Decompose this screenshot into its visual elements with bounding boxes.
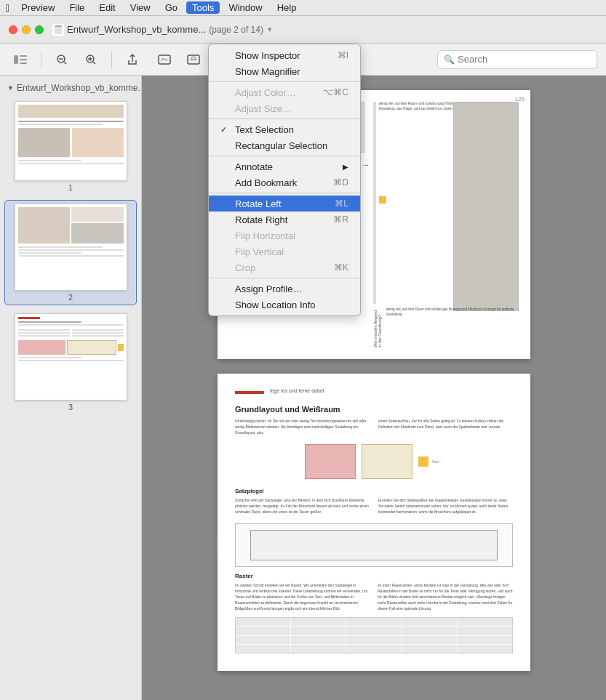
menubar-preview[interactable]: Preview: [15, 1, 60, 14]
collapse-triangle-icon[interactable]: ▼: [7, 84, 14, 92]
search-box[interactable]: 🔍: [437, 50, 597, 69]
submenu-arrow-icon: ▶: [343, 163, 348, 171]
menu-item-flip-horizontal: Flip Horizontal: [209, 228, 360, 244]
raster-col1: Im zweiten Schritt erstellen wir ein Ras…: [235, 582, 370, 611]
menu-item-rotate-right[interactable]: Rotate Right ⌘R: [209, 212, 360, 228]
page3-col2: einen Seitenaufbau, der für alle Seiten …: [378, 418, 513, 435]
menu-item-rotate-left[interactable]: Rotate Left ⌘L: [209, 196, 360, 212]
menu-label-adjust-color: Adjust Color…: [235, 87, 296, 98]
svg-line-10: [93, 62, 95, 64]
thumbnail-frame-3: [15, 313, 127, 401]
menu-item-crop: Crop ⌘K: [209, 260, 360, 275]
page3-col1: Unabhängig davon, ob Sie mit viel oder w…: [235, 418, 370, 435]
menu-separator-2: [209, 118, 360, 119]
menu-label-rotate-right: Rotate Right: [235, 214, 287, 225]
shortcut-show-inspector: ⌘I: [338, 50, 348, 60]
menu-item-annotate[interactable]: Annotate ▶: [209, 158, 360, 174]
page3-diagram: Satz…: [235, 444, 513, 479]
menu-item-text-selection[interactable]: ✓ Text Selection: [209, 121, 360, 137]
menubar-view[interactable]: View: [124, 1, 156, 14]
fullscreen-button[interactable]: [35, 25, 44, 34]
share-button[interactable]: [121, 49, 144, 70]
page-info: (page 2 of 14): [209, 25, 263, 35]
svg-rect-13: [159, 55, 170, 64]
zoom-in-button[interactable]: [79, 49, 103, 70]
menubar-file[interactable]: File: [63, 1, 90, 14]
menu-item-show-location-info[interactable]: Show Location Info: [209, 297, 360, 313]
titlebar: Entwurf_Workshop_vb_komme... (page 2 of …: [0, 16, 606, 44]
separator: [41, 52, 41, 68]
minimize-button[interactable]: [22, 25, 31, 34]
apple-menu-icon[interactable]: : [6, 2, 9, 14]
menu-separator-3: [209, 156, 360, 156]
thumbnail-page-3[interactable]: 3: [4, 310, 137, 415]
menu-item-add-bookmark[interactable]: Add Bookmark ⌘D: [209, 174, 360, 190]
satzpiegel-col2: Erstellen Sie den Seitenaufbau bei doppe…: [378, 497, 513, 515]
menu-label-rect-selection: Rectangular Selection: [235, 140, 327, 151]
raster-section: Raster Im zweiten Schritt erstellen wir …: [235, 573, 513, 653]
menu-label-assign-profile: Assign Profile…: [235, 283, 302, 294]
page-3-document: lege los und lerne dabei Grundlayout und…: [218, 374, 530, 671]
menu-label-show-magnifier: Show Magnifier: [235, 66, 300, 77]
traffic-lights: [9, 25, 44, 34]
menu-item-assign-profile[interactable]: Assign Profile…: [209, 281, 360, 297]
red-accent-bar: [235, 391, 264, 394]
raster-title: Raster: [235, 573, 513, 579]
menu-item-show-magnifier[interactable]: Show Magnifier: [209, 63, 360, 79]
svg-rect-5: [20, 63, 27, 64]
page3-intro-columns: Unabhängig davon, ob Sie mit viel oder w…: [235, 418, 513, 435]
menu-item-rect-selection[interactable]: Rectangular Selection: [209, 137, 360, 153]
svg-rect-4: [20, 59, 27, 60]
menu-label-show-inspector: Show Inspector: [235, 50, 300, 61]
separator2: [111, 52, 112, 68]
menu-label-rotate-left: Rotate Left: [235, 198, 282, 209]
rasterzelle-label: Rasterzelle: [214, 536, 218, 554]
menubar-help[interactable]: Help: [271, 1, 303, 14]
svg-line-7: [64, 62, 66, 64]
menu-item-show-inspector[interactable]: Show Inspector ⌘I: [209, 47, 360, 63]
svg-rect-2: [14, 55, 18, 64]
shortcut-rotate-left: ⌘L: [335, 198, 348, 209]
close-button[interactable]: [9, 25, 17, 34]
thumbnail-page-1[interactable]: 1: [4, 97, 137, 196]
menubar-tools[interactable]: Tools: [186, 1, 220, 14]
satzpiegel-section: Satzpiegel Zunächst wird der Satzpiegel,…: [235, 488, 513, 567]
page2-right-image: [453, 102, 519, 311]
svg-rect-1: [55, 25, 62, 27]
satzpiegel-title: Satzpiegel: [235, 488, 513, 494]
page3-subtitle: lege los und lerne dabei: [270, 388, 324, 393]
document-title: Entwurf_Workshop_vb_komme... (page 2 of …: [67, 24, 597, 35]
markup-button[interactable]: [153, 49, 176, 70]
diagram-label-s: Satz…: [431, 459, 442, 464]
menu-separator-1: [209, 81, 360, 82]
tools-dropdown-menu: Show Inspector ⌘I Show Magnifier Adjust …: [208, 44, 361, 316]
sidebar-toggle-button[interactable]: [9, 49, 32, 70]
menubar-edit[interactable]: Edit: [93, 1, 121, 14]
arrow-icon: →: [362, 160, 370, 170]
menubar:  Preview File Edit View Go Tools Window…: [0, 0, 606, 16]
sidebar: ▼ Entwurf_Workshop_vb_komme... 1: [0, 76, 142, 700]
sidebar-filename: Entwurf_Workshop_vb_komme...: [17, 83, 142, 93]
section-label-right: Wie entsteht fliegend in der Gestaltung?: [373, 307, 382, 347]
raster-diagram: [235, 617, 513, 653]
menu-label-annotate: Annotate: [235, 161, 273, 172]
menu-label-show-location-info: Show Location Info: [235, 299, 316, 310]
shortcut-crop: ⌘K: [334, 262, 348, 273]
menu-label-add-bookmark: Add Bookmark: [235, 177, 297, 188]
search-input[interactable]: [458, 54, 591, 65]
satzpiegel-inner-box: [250, 530, 498, 560]
menu-label-flip-vertical: Flip Vertical: [235, 246, 284, 257]
page-number-1: 1: [68, 183, 73, 192]
menu-separator-4: [209, 193, 360, 193]
menu-label-crop: Crop: [235, 262, 255, 273]
zoom-out-button[interactable]: [50, 49, 73, 70]
menubar-go[interactable]: Go: [159, 1, 183, 14]
yellow-square: [418, 456, 428, 467]
menubar-window[interactable]: Window: [223, 1, 268, 14]
thumbnail-frame-1: [15, 101, 127, 181]
diagram-box-outline: [362, 444, 412, 479]
menu-item-adjust-size: Adjust Size…: [209, 100, 360, 116]
thumbnail-page-2[interactable]: 2: [4, 200, 137, 305]
scan-button[interactable]: [182, 49, 205, 70]
sidebar-header: ▼ Entwurf_Workshop_vb_komme...: [4, 81, 137, 97]
